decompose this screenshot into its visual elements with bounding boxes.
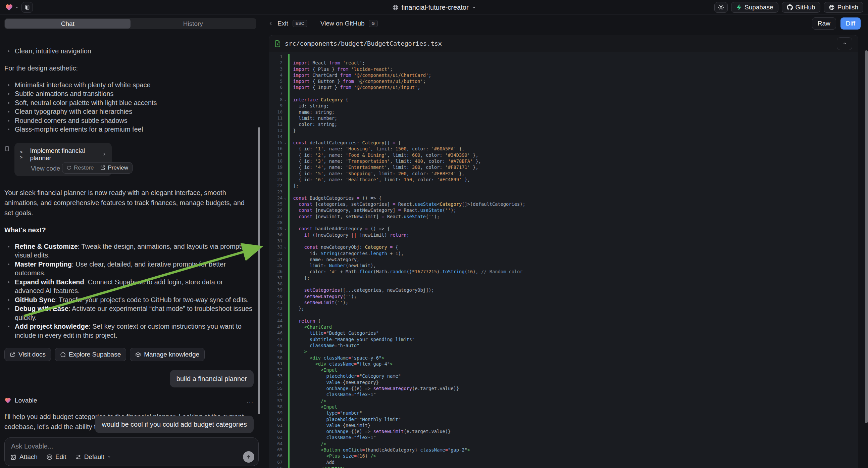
mode-select[interactable]: Default (75, 453, 111, 461)
code-line: 43 (269, 312, 858, 318)
line-number: 27 (269, 213, 282, 220)
gutter-spacer (282, 152, 288, 158)
exit-button[interactable]: Exit (277, 20, 288, 27)
code-text: type="number" (289, 410, 362, 416)
gutter-spacer (282, 459, 288, 465)
code-line: 39 setCategories([...categories, newCate… (269, 287, 858, 293)
code-text: <Input (289, 404, 338, 410)
code-text: { id: '1', name: 'Housing', limit: 1500,… (289, 146, 465, 152)
action-button-visit-docs[interactable]: Visit docs (4, 348, 51, 361)
gutter-spacer (282, 275, 288, 281)
chat-paragraph: For the design aesthetic: (4, 63, 254, 73)
line-number: 19 (269, 164, 282, 170)
composer-input[interactable]: Ask Lovable... (11, 442, 53, 450)
github-icon (787, 4, 793, 10)
action-button-explore-supabase[interactable]: Explore Supabase (55, 348, 126, 361)
code-text: import { Button } from '@/components/ui/… (289, 78, 426, 84)
code-text: }; (289, 275, 310, 281)
tab-history[interactable]: History (130, 19, 256, 29)
code-text: <Button onClick={handleAddCategory} clas… (289, 447, 470, 453)
supabase-icon (736, 4, 742, 10)
lovable-logo-menu[interactable] (5, 3, 19, 11)
code-line: 37 }; (269, 275, 858, 281)
code-text: { id: '6', name: 'Healthcare', limit: 15… (289, 177, 470, 183)
github-button[interactable]: GitHub (782, 2, 820, 13)
code-text (289, 189, 293, 195)
gutter-spacer (282, 78, 288, 84)
edit-label: Edit (55, 453, 66, 461)
message-menu-button[interactable]: ... (247, 397, 254, 404)
fold-chevron-icon[interactable]: ⌄ (282, 140, 288, 146)
code-line: 21 { id: '6', name: 'Healthcare', limit:… (269, 177, 858, 183)
fold-chevron-icon[interactable]: ⌄ (282, 97, 288, 103)
settings-button[interactable] (714, 2, 728, 13)
code-text (289, 220, 293, 226)
code-line: 25 const [categories, setCategories] = R… (269, 201, 858, 207)
code-text: setNewLimit(''); (289, 299, 349, 305)
code-text: Add (289, 459, 335, 465)
fold-chevron-icon[interactable]: ⌄ (282, 195, 288, 201)
gutter-spacer (282, 121, 288, 127)
line-number: 21 (269, 177, 282, 183)
code-text: <div className="flex gap-4"> (289, 361, 393, 367)
target-icon (46, 454, 53, 460)
file-path: src/components/budget/BudgetCategories.t… (285, 40, 442, 47)
line-number: 33 (269, 251, 282, 257)
gutter-spacer (282, 416, 288, 422)
code-text: const [newLimit, setNewLimit] = React.us… (289, 213, 440, 220)
gutter-spacer (282, 453, 288, 459)
chevron-down-icon (472, 5, 476, 10)
code-text: </Button> (289, 465, 346, 468)
restore-button[interactable]: Restore (66, 165, 94, 171)
line-number: 6 (269, 84, 282, 90)
edit-button[interactable]: Edit (46, 453, 66, 461)
action-button-manage-knowledge[interactable]: Manage knowledge (130, 348, 205, 361)
fold-chevron-icon[interactable]: ⌄ (282, 226, 288, 232)
code-line: 18 { id: '3', name: 'Transportation', li… (269, 158, 858, 164)
chevron-left-icon[interactable] (269, 21, 273, 26)
globe-icon (829, 4, 835, 10)
line-number: 49 (269, 349, 282, 354)
line-number: 20 (269, 171, 282, 177)
composer[interactable]: Ask Lovable... Attach (4, 437, 259, 466)
code-text: name: string; (289, 109, 335, 115)
preview-button[interactable]: Preview (100, 165, 128, 171)
fold-chevron-icon[interactable]: ⌄ (282, 244, 288, 250)
chat-scrollbar[interactable] (258, 127, 260, 414)
gutter-spacer (282, 398, 288, 404)
line-number: 39 (269, 287, 282, 293)
project-selector[interactable]: financial-future-creator (392, 0, 476, 15)
list-item: Soft, neutral color palette with light b… (4, 98, 254, 108)
line-number: 67 (269, 459, 282, 465)
arrow-up-icon (246, 454, 251, 460)
code-line: 53 placeholder="Category name" (269, 373, 858, 379)
gutter-spacer (282, 251, 288, 257)
code-line: 17 { id: '2', name: 'Food & Dining', lim… (269, 152, 858, 158)
supabase-button[interactable]: Supabase (731, 2, 778, 13)
code-line: 48 className="h-auto" (269, 343, 858, 349)
raw-button[interactable]: Raw (812, 18, 836, 30)
publish-button[interactable]: Publish (824, 2, 863, 13)
line-number: 47 (269, 337, 282, 343)
code-text: const newCategoryObj: Category = { (289, 244, 398, 250)
code-text: setNewCategory(''); (289, 293, 357, 299)
send-button[interactable] (243, 451, 254, 463)
diff-button[interactable]: Diff (840, 18, 861, 30)
code-line: 50 <div className="space-y-6"> (269, 355, 858, 361)
code-text (289, 54, 293, 60)
code-text: import ChartCard from '@/components/ui/C… (289, 72, 432, 78)
gutter-spacer (282, 361, 288, 367)
code-line: 5import { Button } from '@/components/ui… (269, 78, 858, 84)
code-line: 44 return ( (269, 318, 858, 324)
view-on-github-button[interactable]: View on GitHub (320, 20, 365, 27)
collapse-file-button[interactable] (837, 37, 852, 50)
attach-button[interactable]: Attach (10, 453, 38, 461)
list-item: Master Prompting: Use clear, detailed, a… (4, 260, 254, 277)
code-scrollbar[interactable] (865, 50, 868, 423)
code-line: 38 (269, 281, 858, 287)
code-editor[interactable]: 12import React from 'react';3import { Pl… (269, 52, 858, 468)
gutter-spacer (282, 134, 288, 140)
sidebar-toggle-button[interactable] (22, 2, 33, 13)
code-line: 4import ChartCard from '@/components/ui/… (269, 72, 858, 78)
tab-chat[interactable]: Chat (5, 19, 130, 29)
